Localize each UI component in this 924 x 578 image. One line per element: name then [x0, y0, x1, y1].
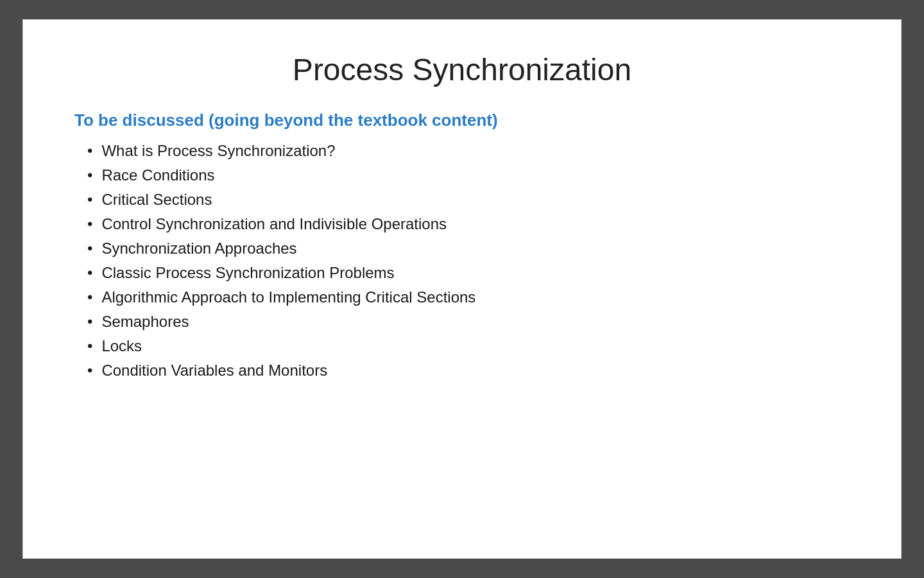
list-item: Race Conditions: [74, 166, 850, 184]
bullet-list: What is Process Synchronization?Race Con…: [74, 142, 850, 386]
list-item: Control Synchronization and Indivisible …: [74, 215, 850, 233]
list-item: Algorithmic Approach to Implementing Cri…: [74, 288, 850, 306]
list-item: Condition Variables and Monitors: [74, 362, 850, 380]
section-heading: To be discussed (going beyond the textbo…: [74, 110, 850, 130]
slide-title: Process Synchronization: [74, 52, 850, 87]
list-item: Synchronization Approaches: [74, 240, 850, 258]
slide: Process Synchronization To be discussed …: [22, 19, 902, 559]
list-item: Locks: [74, 337, 850, 355]
list-item: Semaphores: [74, 313, 850, 331]
list-item: Critical Sections: [74, 191, 850, 209]
list-item: Classic Process Synchronization Problems: [74, 264, 850, 282]
list-item: What is Process Synchronization?: [74, 142, 850, 160]
